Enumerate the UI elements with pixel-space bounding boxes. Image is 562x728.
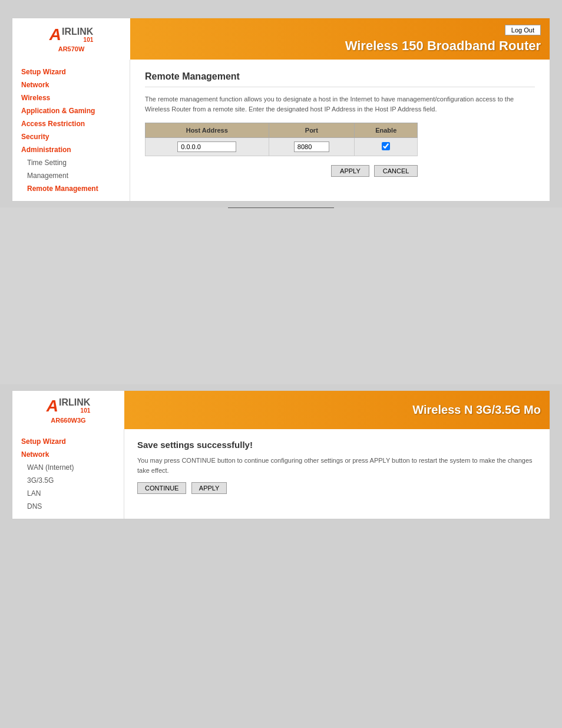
apply-button-2[interactable]: APPLY — [191, 482, 227, 494]
enable-cell — [355, 138, 418, 156]
sidebar-item-setup-wizard[interactable]: Setup Wizard — [12, 65, 130, 78]
panel-header-2: A IRLINK 101 AR660W3G Wireless N 3G/3.5G… — [12, 391, 550, 429]
sidebar-item-network[interactable]: Network — [12, 78, 130, 91]
host-cell — [146, 138, 269, 156]
panel-body-1: Setup Wizard Network Wireless Applicatio… — [12, 60, 550, 201]
sidebar2-item-3g[interactable]: 3G/3.5G — [12, 474, 124, 487]
config-table: Host Address Port Enable — [145, 123, 418, 156]
router-panel-1: A IRLINK 101 AR570W Log Out Wireless 150… — [12, 18, 550, 202]
header-right-2: Wireless N 3G/3.5G Mo — [127, 398, 550, 421]
sidebar2-item-lan[interactable]: LAN — [12, 487, 124, 500]
sidebar2-item-network[interactable]: Network — [12, 448, 124, 461]
table-row — [146, 138, 418, 156]
empty-section — [0, 207, 562, 384]
sidebar-item-administration[interactable]: Administration — [12, 143, 130, 156]
logo-letter-1: A — [49, 25, 61, 44]
sidebar2-item-wan[interactable]: WAN (Internet) — [12, 461, 124, 474]
port-cell — [269, 138, 355, 156]
col-header-enable: Enable — [355, 123, 418, 138]
sidebar-item-access-restriction[interactable]: Access Restriction — [12, 117, 130, 130]
panel-logo-2: A IRLINK 101 AR660W3G — [12, 391, 124, 429]
sidebar-item-security[interactable]: Security — [12, 130, 130, 143]
col-header-host: Host Address — [146, 123, 269, 138]
apply-button[interactable]: APPLY — [331, 165, 369, 177]
panel-logo-1: A IRLINK 101 AR570W — [12, 18, 130, 60]
router-title-1: Wireless 150 Broadband Router — [345, 38, 541, 54]
logo-model-1: AR570W — [58, 45, 85, 52]
main-content-1: Remote Management The remote management … — [130, 60, 550, 201]
button-row: APPLY CANCEL — [145, 165, 418, 177]
save-title: Save settings successfully! — [137, 440, 537, 450]
link-underline — [228, 207, 334, 208]
main-content-2: Save settings successfully! You may pres… — [124, 429, 550, 519]
logo-101-1: 101 — [84, 37, 94, 43]
sidebar-item-app-gaming[interactable]: Application & Gaming — [12, 104, 130, 117]
router-panel-2: A IRLINK 101 AR660W3G Wireless N 3G/3.5G… — [12, 390, 550, 519]
header-right-1: Log Out Wireless 150 Broadband Router — [130, 20, 550, 58]
continue-button[interactable]: CONTINUE — [137, 482, 186, 494]
panel-header-1: A IRLINK 101 AR570W Log Out Wireless 150… — [12, 18, 550, 60]
sidebar-item-time-setting[interactable]: Time Setting — [12, 156, 130, 169]
col-header-port: Port — [269, 123, 355, 138]
logout-button[interactable]: Log Out — [505, 25, 541, 35]
sidebar-item-remote-management[interactable]: Remote Management — [12, 182, 130, 195]
sidebar-item-management[interactable]: Management — [12, 169, 130, 182]
router-title-2: Wireless N 3G/3.5G Mo — [412, 403, 541, 417]
host-input[interactable] — [177, 141, 236, 152]
enable-checkbox[interactable] — [382, 142, 390, 150]
sidebar-item-wireless[interactable]: Wireless — [12, 91, 130, 104]
panel-body-2: Setup Wizard Network WAN (Internet) 3G/3… — [12, 429, 550, 519]
logo-irlink-1: IRLINK — [62, 27, 93, 37]
save-desc: You may press CONTINUE button to continu… — [137, 456, 537, 475]
sidebar2-item-dns[interactable]: DNS — [12, 500, 124, 513]
sidebar2-item-setup-wizard[interactable]: Setup Wizard — [12, 435, 124, 448]
logo-101-2: 101 — [81, 407, 91, 414]
description-1: The remote management function allows yo… — [145, 94, 535, 114]
logo-irlink-2: IRLINK — [59, 398, 90, 407]
cancel-button[interactable]: CANCEL — [374, 165, 418, 177]
page-title-1: Remote Management — [145, 71, 535, 87]
sidebar-2: Setup Wizard Network WAN (Internet) 3G/3… — [12, 429, 124, 519]
port-input[interactable] — [294, 141, 329, 152]
sidebar-1: Setup Wizard Network Wireless Applicatio… — [12, 60, 130, 201]
logo-model-2: AR660W3G — [51, 417, 85, 424]
logo-letter-2: A — [47, 397, 58, 416]
